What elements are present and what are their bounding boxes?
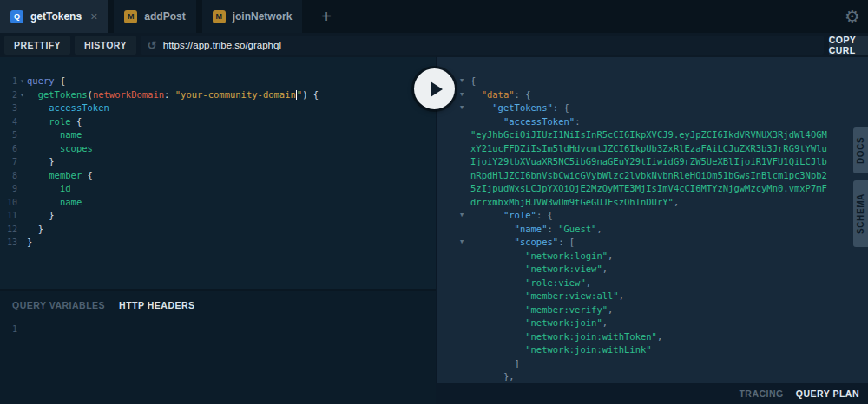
- code-line: 1▾query {: [0, 75, 436, 88]
- code-line: "member:verify",: [460, 303, 868, 317]
- graphql-playground-window: Q getTokens × M addPost M joinNetwork + …: [0, 0, 868, 404]
- code-line: xY21ucFFDZiIsIm5ldHdvcmtJZCI6IkpUb3ZxRlE…: [460, 142, 868, 156]
- fold-arrow-icon[interactable]: ▼: [460, 75, 470, 88]
- response-footer: TRACING QUERY PLAN: [436, 383, 868, 404]
- code-line: 10 name: [0, 196, 436, 210]
- settings-gear-icon[interactable]: ⚙: [845, 4, 860, 29]
- tab-label: getTokens: [30, 10, 82, 23]
- code-line: 11 }: [0, 209, 436, 223]
- play-icon: [431, 81, 443, 97]
- tab-query-variables[interactable]: QUERY VARIABLES: [12, 300, 105, 310]
- endpoint-url-text: https://app.tribe.so/graphql: [163, 40, 281, 50]
- variables-pane: QUERY VARIABLES HTTP HEADERS 1: [0, 289, 436, 404]
- response-lines: ▼{▼ "data": {▼ "getTokens": { "accessTok…: [460, 75, 868, 383]
- fold-arrow-icon[interactable]: ▾: [17, 88, 27, 102]
- tab-gettokens[interactable]: Q getTokens ×: [0, 0, 108, 33]
- code-line: "network:login",: [460, 250, 868, 264]
- toolbar: PRETTIFY HISTORY ↺ https://app.tribe.so/…: [0, 33, 868, 57]
- fold-arrow-icon[interactable]: ▼: [460, 88, 470, 102]
- schema-side-tab[interactable]: SCHEMA: [853, 180, 868, 247]
- query-badge-icon: Q: [10, 10, 23, 23]
- code-line: ▼ "getTokens": {: [460, 101, 868, 115]
- variables-header: QUERY VARIABLES HTTP HEADERS: [0, 291, 436, 316]
- code-line: ▼{: [460, 75, 868, 88]
- code-line: "name": "Guest",: [460, 223, 868, 237]
- copy-curl-button[interactable]: COPY CURL: [829, 36, 868, 55]
- new-tab-button[interactable]: +: [309, 0, 344, 33]
- fold-arrow-icon[interactable]: ▼: [460, 236, 470, 250]
- fold-arrow-icon[interactable]: ▾: [17, 75, 27, 88]
- code-line: 8 member {: [0, 169, 436, 183]
- code-line: ▼ "role": {: [460, 209, 868, 223]
- endpoint-url-input[interactable]: ↺ https://app.tribe.so/graphql: [141, 36, 824, 55]
- response-viewer[interactable]: ▼{▼ "data": {▼ "getTokens": { "accessTok…: [436, 57, 868, 383]
- tab-bar: Q getTokens × M addPost M joinNetwork + …: [0, 0, 868, 33]
- tab-label: joinNetwork: [233, 10, 293, 23]
- mutation-badge-icon: M: [213, 10, 226, 23]
- code-line: 12 }: [0, 223, 436, 237]
- variables-editor[interactable]: 1: [0, 316, 436, 336]
- code-line: IjoiY29tbXVuaXR5NC5ibG9naGEuY29tIiwidG9r…: [460, 155, 868, 169]
- code-line: drrxmbxMhjHJVW3wUm9tGeGUJFszOhTnDUrY",: [460, 196, 868, 210]
- code-line: 3 accessToken: [0, 101, 436, 115]
- mutation-badge-icon: M: [124, 10, 137, 23]
- query-editor[interactable]: 1▾query {2▾ getTokens(networkDomain: "yo…: [0, 57, 436, 289]
- query-editor-lines: 1▾query {2▾ getTokens(networkDomain: "yo…: [0, 75, 436, 250]
- query-plan-tab[interactable]: QUERY PLAN: [796, 388, 859, 399]
- code-line: "network:join",: [460, 316, 868, 330]
- code-line: 4 role {: [0, 115, 436, 129]
- code-line: 9 id: [0, 182, 436, 196]
- tab-joinnetwork[interactable]: M joinNetwork: [202, 0, 303, 33]
- code-line: "network:join:withLink": [460, 343, 868, 357]
- code-line: ▼ "data": {: [460, 88, 868, 102]
- fold-arrow-icon[interactable]: ▼: [460, 209, 470, 223]
- reload-icon: ↺: [148, 39, 157, 52]
- code-line: "eyJhbGciOiJIUzI1NiIsInR5cCI6IkpXVCJ9.ey…: [460, 128, 868, 142]
- code-line: ▼ "scopes": [: [460, 236, 868, 250]
- tracing-tab[interactable]: TRACING: [739, 388, 783, 399]
- code-line: "role:view",: [460, 277, 868, 290]
- tab-http-headers[interactable]: HTTP HEADERS: [119, 300, 194, 310]
- code-line: 5zIjpudWxsLCJpYXQiOjE2MzQyMTE3MjIsImV4cC…: [460, 182, 868, 196]
- history-button[interactable]: HISTORY: [75, 36, 136, 55]
- code-line: "accessToken":: [460, 115, 868, 129]
- tab-addpost[interactable]: M addPost: [114, 0, 195, 33]
- code-line: 6 scopes: [0, 142, 436, 156]
- code-line: 7 }: [0, 155, 436, 169]
- code-line: },: [460, 370, 868, 383]
- code-line: ]: [460, 357, 868, 371]
- tab-label: addPost: [144, 10, 185, 23]
- code-line: 2▾ getTokens(networkDomain: "your-commun…: [0, 88, 436, 102]
- code-line: nRpdHlJZCI6bnVsbCwicGVybWlzc2lvbkNvbnRle…: [460, 169, 868, 183]
- execute-query-button[interactable]: [414, 68, 455, 109]
- code-line: 13}: [0, 236, 436, 250]
- prettify-button[interactable]: PRETTIFY: [4, 36, 70, 55]
- fold-arrow-icon[interactable]: ▼: [460, 101, 470, 115]
- code-line: "network:view",: [460, 263, 868, 277]
- line-number: 1: [0, 323, 17, 336]
- code-line: 5 name: [0, 128, 436, 142]
- docs-side-tab[interactable]: DOCS: [853, 127, 868, 173]
- code-line: "network:join:withToken",: [460, 330, 868, 344]
- close-icon[interactable]: ×: [90, 10, 97, 23]
- code-line: "member:view:all",: [460, 290, 868, 303]
